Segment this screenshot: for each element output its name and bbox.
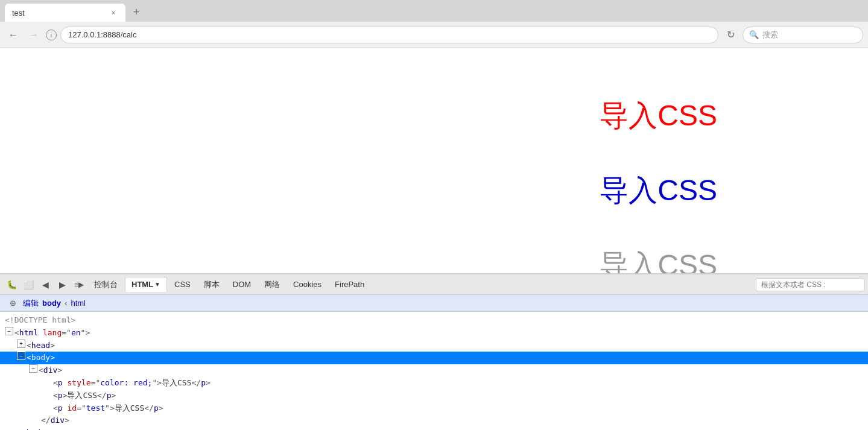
devtools-inspect-button[interactable]: 🐛 [4, 277, 19, 292]
div-expand-button[interactable]: − [29, 364, 37, 373]
chevron-down-icon: ▼ [154, 281, 160, 288]
breadcrumb-body[interactable]: body [42, 299, 61, 308]
breadcrumb-separator: ‹ [65, 299, 67, 308]
tab-close-button[interactable]: × [109, 8, 118, 17]
browser-tab[interactable]: test × [5, 4, 125, 22]
back-button[interactable]: ← [5, 27, 22, 43]
search-placeholder: 搜索 [762, 30, 778, 40]
page-inner: 导入CSS 导入CSS 导入CSS [0, 48, 868, 273]
css-text-red: 导入CSS [600, 96, 717, 135]
source-line-doctype: <!DOCTYPE html> [0, 314, 868, 327]
source-line-body: − <body> [0, 352, 868, 364]
devtools-select-button[interactable]: ⬜ [21, 277, 36, 292]
breadcrumb-html[interactable]: html [71, 299, 86, 308]
reload-button[interactable]: ↻ [722, 27, 739, 43]
new-tab-button[interactable]: + [128, 4, 145, 21]
tab-cookies[interactable]: Cookies [287, 277, 328, 291]
devtools-panel: 🐛 ⬜ ◀ ▶ ≡▶ 控制台 HTML ▼ CSS 脚本 DOM 网络 [0, 273, 868, 430]
tab-title: test [12, 8, 104, 17]
page-content: 导入CSS 导入CSS 导入CSS [0, 48, 868, 273]
source-line-body-close: </body> [0, 427, 868, 430]
tab-network[interactable]: 网络 [258, 277, 286, 292]
search-icon: 🔍 [749, 30, 759, 39]
forward-button[interactable]: → [25, 27, 42, 43]
source-line-html: − <html lang="en" > [0, 327, 868, 340]
source-line-div-close: </div> [0, 414, 868, 427]
doctype-text: <!DOCTYPE html> [5, 314, 75, 327]
devtools-breadcrumb: ⊕ 编辑 body ‹ html [0, 295, 868, 312]
devtools-prev-button[interactable]: ◀ [37, 277, 53, 292]
css-text-blue: 导入CSS [600, 171, 717, 210]
tab-bar: test × + [0, 0, 868, 22]
source-line-p2: <p>导入CSS</p> [0, 390, 868, 402]
url-text: 127.0.0.1:8888/calc [68, 30, 136, 39]
devtools-script-button[interactable]: ≡▶ [71, 277, 87, 292]
browser-search-box[interactable]: 🔍 搜索 [743, 27, 863, 43]
tab-css[interactable]: CSS [168, 277, 197, 291]
tab-script[interactable]: 脚本 [198, 277, 226, 292]
tab-console[interactable]: 控制台 [88, 277, 124, 292]
url-bar[interactable]: 127.0.0.1:8888/calc [60, 27, 718, 43]
html-source-panel[interactable]: <!DOCTYPE html> − <html lang="en" > + <h… [0, 312, 868, 430]
source-line-p1: <p style="color: red;" >导入CSS</p> [0, 377, 868, 390]
address-bar: ← → i 127.0.0.1:8888/calc ↻ 🔍 搜索 [0, 22, 868, 48]
source-line-head: + <head> [0, 340, 868, 352]
info-icon[interactable]: i [46, 30, 57, 40]
head-expand-button[interactable]: + [17, 340, 25, 348]
source-line-div: − <div> [0, 364, 868, 377]
devtools-search-input[interactable] [756, 278, 864, 291]
devtools-toolbar: 🐛 ⬜ ◀ ▶ ≡▶ 控制台 HTML ▼ CSS 脚本 DOM 网络 [0, 274, 868, 295]
source-line-p3: <p id="test" >导入CSS</p> [0, 402, 868, 415]
body-expand-button[interactable]: − [17, 352, 25, 360]
tab-dom[interactable]: DOM [227, 277, 257, 291]
breadcrumb-edit[interactable]: 编辑 [23, 298, 39, 309]
devtools-next-button[interactable]: ▶ [54, 277, 70, 292]
html-expand-button[interactable]: − [5, 327, 13, 335]
browser-window: test × + ← → i 127.0.0.1:8888/calc ↻ 🔍 搜… [0, 0, 868, 430]
tab-firepath[interactable]: FirePath [329, 277, 370, 291]
tab-html[interactable]: HTML ▼ [125, 277, 167, 292]
breadcrumb-inspect-button[interactable]: ⊕ [6, 297, 19, 310]
css-text-gray: 导入CSS [600, 246, 717, 273]
